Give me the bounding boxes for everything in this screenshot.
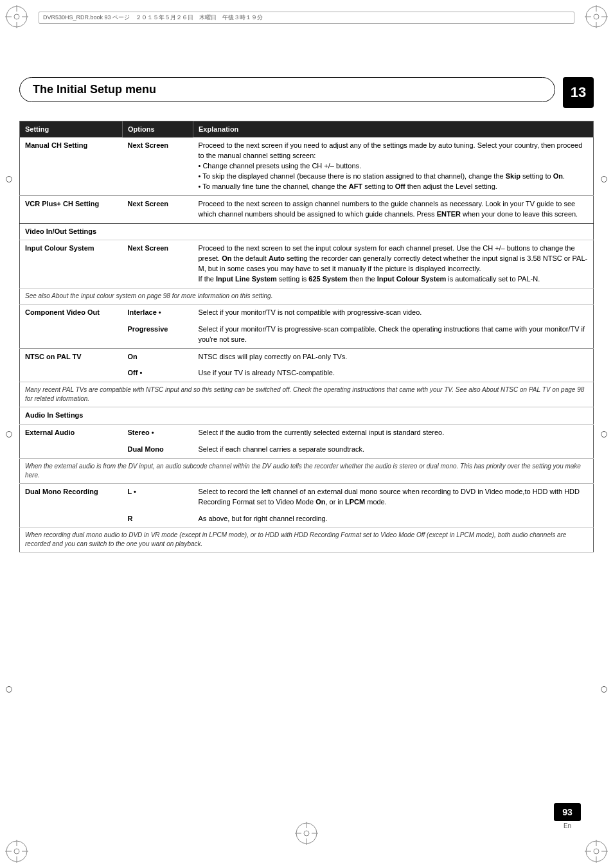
table-row: Audio In Settings xyxy=(20,407,594,424)
col-header-options: Options xyxy=(123,121,193,137)
page-lang: En xyxy=(564,822,571,829)
cell-option: On xyxy=(123,348,193,365)
table-row: External AudioStereo •Select if the audi… xyxy=(20,424,594,441)
note-row: When recording dual mono audio to DVD in… xyxy=(20,527,594,553)
filepath-text: DVR530HS_RDR.book 93 ページ ２０１５年５月２６日 木曜日 … xyxy=(43,13,263,22)
cell-setting: Input Colour System xyxy=(20,240,123,288)
bottom-center-mark xyxy=(292,819,321,849)
table-row: Dual MonoSelect if each channel carries … xyxy=(20,441,594,458)
cell-option: Interlace • xyxy=(123,304,193,321)
cell-setting: VCR Plus+ CH Setting xyxy=(20,195,123,223)
cell-option: Next Screen xyxy=(123,240,193,288)
table-row: Manual CH SettingNext ScreenProceed to t… xyxy=(20,137,594,196)
cell-setting: Dual Mono Recording xyxy=(20,483,123,510)
cell-explanation: Select if your monitor/TV is progressive… xyxy=(193,321,594,348)
table-row: NTSC on PAL TVOnNTSC discs will play cor… xyxy=(20,348,594,365)
cell-explanation: Proceed to the next screen to set the in… xyxy=(193,240,594,288)
cell-option: Stereo • xyxy=(123,424,193,441)
cell-setting-empty xyxy=(20,365,123,382)
cell-option: Progressive xyxy=(123,321,193,348)
cell-option: Off • xyxy=(123,365,193,382)
cell-explanation: Proceed to the next screen to assign cha… xyxy=(193,195,594,223)
cell-explanation: As above, but for right channel recordin… xyxy=(193,511,594,527)
cell-setting-empty xyxy=(20,441,123,458)
page-footer: 93 En xyxy=(554,803,581,829)
table-row: When the external audio is from the DV i… xyxy=(20,458,594,483)
main-content: Setting Options Explanation Manual CH Se… xyxy=(19,121,594,553)
chapter-badge: 13 xyxy=(563,77,594,108)
page-title: The Initial Setup menu xyxy=(33,83,156,96)
cell-option: Next Screen xyxy=(123,195,193,223)
table-header-row: Setting Options Explanation xyxy=(20,121,594,137)
cell-explanation: Select if each channel carries a separat… xyxy=(193,441,594,458)
note-row: See also About the input colour system o… xyxy=(20,288,594,304)
left-binding xyxy=(0,0,18,868)
note-row: When the external audio is from the DV i… xyxy=(20,458,594,483)
cell-explanation: Select if the audio from the currently s… xyxy=(193,424,594,441)
cell-option: Next Screen xyxy=(123,137,193,196)
table-row: See also About the input colour system o… xyxy=(20,288,594,304)
col-header-explanation: Explanation xyxy=(193,121,594,137)
cell-option: R xyxy=(123,511,193,527)
table-row: When recording dual mono audio to DVD in… xyxy=(20,527,594,553)
table-row: Many recent PAL TVs are compatible with … xyxy=(20,382,594,407)
svg-point-25 xyxy=(304,831,309,836)
cell-setting: Manual CH Setting xyxy=(20,137,123,196)
table-row: Component Video OutInterlace •Select if … xyxy=(20,304,594,321)
cell-setting-empty xyxy=(20,321,123,348)
cell-option: L • xyxy=(123,483,193,510)
cell-setting-empty xyxy=(20,511,123,527)
cell-explanation: Use if your TV is already NTSC-compatibl… xyxy=(193,365,594,382)
cell-setting: Component Video Out xyxy=(20,304,123,321)
page-number: 93 xyxy=(554,803,581,821)
note-row: Many recent PAL TVs are compatible with … xyxy=(20,382,594,407)
title-bar: The Initial Setup menu xyxy=(19,77,555,102)
table-row: Off •Use if your TV is already NTSC-comp… xyxy=(20,365,594,382)
table-row: ProgressiveSelect if your monitor/TV is … xyxy=(20,321,594,348)
cell-setting: External Audio xyxy=(20,424,123,441)
right-binding xyxy=(595,0,613,868)
cell-explanation: Select if your monitor/TV is not compati… xyxy=(193,304,594,321)
table-row: Dual Mono RecordingL •Select to record t… xyxy=(20,483,594,510)
settings-table: Setting Options Explanation Manual CH Se… xyxy=(19,121,594,553)
table-row: Input Colour SystemNext ScreenProceed to… xyxy=(20,240,594,288)
filepath-bar: DVR530HS_RDR.book 93 ページ ２０１５年５月２６日 木曜日 … xyxy=(39,12,574,24)
section-header: Audio In Settings xyxy=(20,407,594,424)
cell-explanation: Select to record the left channel of an … xyxy=(193,483,594,510)
col-header-setting: Setting xyxy=(20,121,123,137)
cell-option: Dual Mono xyxy=(123,441,193,458)
cell-explanation: NTSC discs will play correctly on PAL-on… xyxy=(193,348,594,365)
table-row: VCR Plus+ CH SettingNext ScreenProceed t… xyxy=(20,195,594,223)
cell-setting: NTSC on PAL TV xyxy=(20,348,123,365)
table-row: Video In/Out Settings xyxy=(20,223,594,240)
table-row: RAs above, but for right channel recordi… xyxy=(20,511,594,527)
cell-explanation: Proceed to the next screen if you need t… xyxy=(193,137,594,196)
section-header: Video In/Out Settings xyxy=(20,223,594,240)
